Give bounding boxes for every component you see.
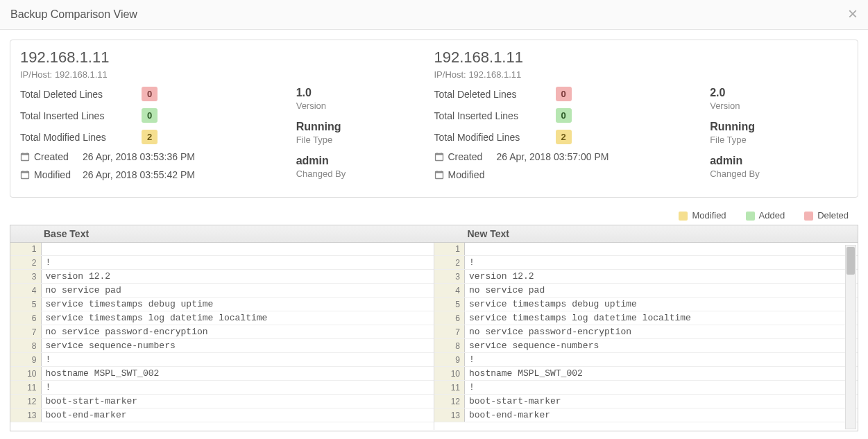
diff-scrollbar[interactable] bbox=[845, 245, 856, 429]
changedby-label-left: Changed By bbox=[296, 169, 434, 179]
line-content: service timestamps log datetime localtim… bbox=[41, 311, 434, 325]
host-sub-right: IP/Host: 192.168.1.11 bbox=[434, 69, 849, 80]
diff-row: 1 bbox=[434, 243, 858, 256]
ip-label-right: IP/Host: bbox=[434, 69, 466, 80]
line-number: 13 bbox=[434, 408, 465, 422]
changedby-value-left: admin bbox=[296, 155, 434, 167]
modified-label-right: Total Modified Lines bbox=[434, 132, 556, 143]
base-text-column[interactable]: 12!3version 12.24no service pad5service … bbox=[10, 243, 434, 430]
line-content: service timestamps debug uptime bbox=[465, 298, 858, 311]
line-content: version 12.2 bbox=[465, 270, 858, 284]
line-content: boot-start-marker bbox=[41, 395, 434, 408]
version-label-right: Version bbox=[710, 101, 848, 111]
diff-row: 6service timestamps log datetime localti… bbox=[434, 311, 858, 325]
diff-row: 8service sequence-numbers bbox=[434, 339, 858, 353]
line-number: 7 bbox=[10, 325, 41, 339]
line-number: 12 bbox=[10, 395, 41, 408]
backup-right: 192.168.1.11 IP/Host: 192.168.1.11 Total… bbox=[434, 49, 849, 189]
inserted-badge-left: 0 bbox=[142, 108, 158, 123]
line-number: 1 bbox=[434, 243, 465, 256]
modified-label-right: Modified bbox=[448, 169, 485, 180]
diff-legend: Modified Added Deleted bbox=[0, 207, 868, 225]
calendar-icon bbox=[20, 170, 30, 180]
filetype-value-left: Running bbox=[296, 121, 434, 133]
line-number: 10 bbox=[10, 367, 41, 381]
deleted-badge-right: 0 bbox=[556, 87, 572, 101]
modal-title: Backup Comparison View bbox=[10, 8, 858, 21]
line-number: 12 bbox=[434, 395, 465, 408]
scroll-thumb[interactable] bbox=[846, 247, 855, 275]
line-content: ! bbox=[465, 256, 858, 270]
line-content: hostname MSPL_SWT_002 bbox=[465, 367, 858, 381]
calendar-icon bbox=[20, 152, 30, 162]
diff-row: 2! bbox=[434, 256, 858, 270]
diff-row: 10hostname MSPL_SWT_002 bbox=[10, 367, 434, 381]
diff-row: 1 bbox=[10, 243, 434, 256]
line-number: 2 bbox=[10, 256, 41, 270]
close-button[interactable]: × bbox=[848, 6, 858, 22]
line-number: 1 bbox=[10, 243, 41, 256]
line-content bbox=[465, 243, 858, 256]
line-content: ! bbox=[41, 256, 434, 270]
backup-left: 192.168.1.11 IP/Host: 192.168.1.11 Total… bbox=[20, 49, 434, 189]
diff-row: 5service timestamps debug uptime bbox=[434, 298, 858, 311]
line-content: ! bbox=[465, 381, 858, 395]
legend-deleted: Deleted bbox=[804, 210, 849, 221]
line-number: 10 bbox=[434, 367, 465, 381]
diff-row: 12boot-start-marker bbox=[434, 395, 858, 408]
line-content: ! bbox=[41, 381, 434, 395]
line-content: service timestamps log datetime localtim… bbox=[465, 311, 858, 325]
new-text-header: New Text bbox=[434, 225, 858, 242]
legend-modified: Modified bbox=[679, 210, 726, 221]
diff-row: 3version 12.2 bbox=[434, 270, 858, 284]
ip-label-left: IP/Host: bbox=[20, 69, 52, 80]
modal-header: Backup Comparison View × bbox=[0, 0, 868, 30]
line-content: ! bbox=[465, 353, 858, 367]
line-number: 3 bbox=[434, 270, 465, 284]
diff-row: 11! bbox=[434, 381, 858, 395]
filetype-value-right: Running bbox=[710, 121, 848, 133]
line-content: boot-end-marker bbox=[465, 408, 858, 422]
line-number: 7 bbox=[434, 325, 465, 339]
diff-row: 9! bbox=[434, 353, 858, 367]
line-content: no service pad bbox=[41, 284, 434, 298]
diff-row: 13boot-end-marker bbox=[10, 408, 434, 422]
modified-label-left: Total Modified Lines bbox=[20, 132, 142, 143]
deleted-badge-left: 0 bbox=[142, 87, 158, 101]
version-value-left: 1.0 bbox=[296, 87, 434, 99]
inserted-label-left: Total Inserted Lines bbox=[20, 110, 142, 121]
new-text-column[interactable]: 12!3version 12.24no service pad5service … bbox=[434, 243, 858, 430]
line-number: 6 bbox=[10, 311, 41, 325]
version-value-right: 2.0 bbox=[710, 87, 848, 99]
close-icon: × bbox=[848, 4, 858, 23]
line-content: service sequence-numbers bbox=[465, 339, 858, 353]
line-content: service sequence-numbers bbox=[41, 339, 434, 353]
line-number: 11 bbox=[10, 381, 41, 395]
diff-row: 7no service password-encryption bbox=[10, 325, 434, 339]
host-title-right: 192.168.1.11 bbox=[434, 49, 849, 67]
line-number: 5 bbox=[434, 298, 465, 311]
modified-badge-right: 2 bbox=[556, 130, 572, 144]
line-content: hostname MSPL_SWT_002 bbox=[41, 367, 434, 381]
ip-value-left: 192.168.1.11 bbox=[55, 69, 108, 80]
line-content bbox=[41, 243, 434, 256]
line-content: service timestamps debug uptime bbox=[41, 298, 434, 311]
diff-row: 6service timestamps log datetime localti… bbox=[10, 311, 434, 325]
created-value-right: 26 Apr, 2018 03:57:00 PM bbox=[497, 151, 609, 162]
line-number: 5 bbox=[10, 298, 41, 311]
diff-row: 11! bbox=[10, 381, 434, 395]
diff-row: 4no service pad bbox=[10, 284, 434, 298]
diff-row: 3version 12.2 bbox=[10, 270, 434, 284]
diff-row: 10hostname MSPL_SWT_002 bbox=[434, 367, 858, 381]
diff-area: Base Text New Text 12!3version 12.24no s… bbox=[10, 225, 858, 431]
filetype-label-right: File Type bbox=[710, 135, 848, 145]
line-content: boot-start-marker bbox=[465, 395, 858, 408]
changedby-value-right: admin bbox=[710, 155, 848, 167]
diff-row: 8service sequence-numbers bbox=[10, 339, 434, 353]
diff-row: 4no service pad bbox=[434, 284, 858, 298]
line-number: 4 bbox=[434, 284, 465, 298]
host-sub-left: IP/Host: 192.168.1.11 bbox=[20, 69, 434, 80]
diff-row: 13boot-end-marker bbox=[434, 408, 858, 422]
line-number: 11 bbox=[434, 381, 465, 395]
line-content: no service password-encryption bbox=[41, 325, 434, 339]
